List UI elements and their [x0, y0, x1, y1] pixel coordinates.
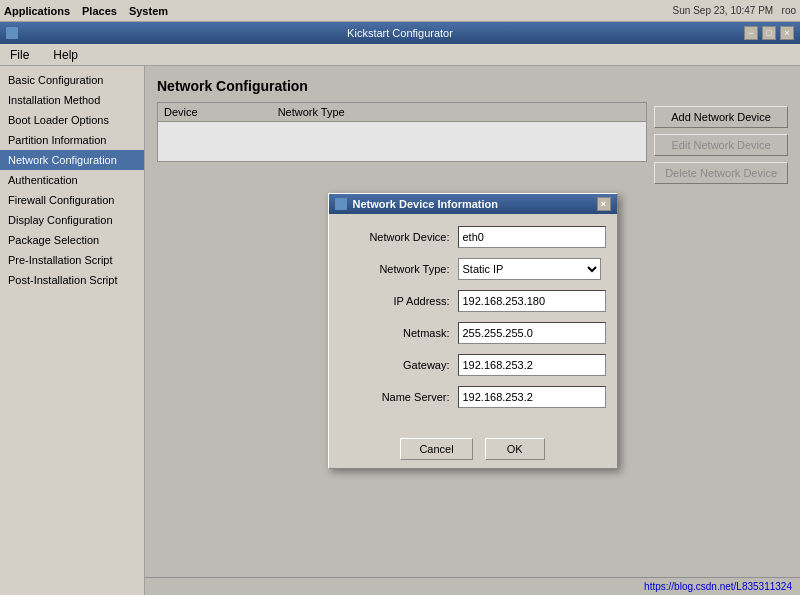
modal-overlay: Network Device Information × Network Dev… — [145, 66, 800, 595]
gateway-input[interactable] — [458, 354, 606, 376]
file-menu[interactable]: File — [4, 46, 35, 64]
sidebar-item-firewall-configuration[interactable]: Firewall Configuration — [0, 190, 144, 210]
applications-menu[interactable]: Applications — [4, 5, 70, 17]
sidebar-item-partition-information[interactable]: Partition Information — [0, 130, 144, 150]
ip-address-label: IP Address: — [345, 295, 450, 307]
sidebar-item-boot-loader-options[interactable]: Boot Loader Options — [0, 110, 144, 130]
name-server-input[interactable] — [458, 386, 606, 408]
sidebar-item-network-configuration[interactable]: Network Configuration — [0, 150, 144, 170]
network-type-select[interactable]: Static IP DHCP — [458, 258, 601, 280]
close-button[interactable]: × — [780, 26, 794, 40]
form-row-netmask: Netmask: — [345, 322, 601, 344]
modal-footer: Cancel OK — [329, 430, 617, 468]
sidebar-item-installation-method[interactable]: Installation Method — [0, 90, 144, 110]
title-bar: Kickstart Configurator − □ × — [0, 22, 800, 44]
system-bar: Applications Places System Sun Sep 23, 1… — [0, 0, 800, 22]
user-display: roo — [782, 5, 796, 16]
ok-button[interactable]: OK — [485, 438, 545, 460]
sidebar-item-authentication[interactable]: Authentication — [0, 170, 144, 190]
app-icon — [6, 27, 18, 39]
sidebar-item-package-selection[interactable]: Package Selection — [0, 230, 144, 250]
sidebar-item-basic-configuration[interactable]: Basic Configuration — [0, 70, 144, 90]
modal-icon — [335, 198, 347, 210]
modal-close-button[interactable]: × — [597, 197, 611, 211]
form-row-ip-address: IP Address: — [345, 290, 601, 312]
modal-title: Network Device Information — [353, 198, 498, 210]
gateway-label: Gateway: — [345, 359, 450, 371]
sidebar-item-post-installation-script[interactable]: Post-Installation Script — [0, 270, 144, 290]
network-device-input[interactable] — [458, 226, 606, 248]
system-bar-right: Sun Sep 23, 10:47 PM roo — [673, 5, 796, 16]
system-menu[interactable]: System — [129, 5, 168, 17]
cancel-button[interactable]: Cancel — [400, 438, 472, 460]
maximize-button[interactable]: □ — [762, 26, 776, 40]
system-bar-left: Applications Places System — [4, 5, 168, 17]
main-layout: Basic Configuration Installation Method … — [0, 66, 800, 595]
window-controls: − □ × — [744, 26, 794, 40]
sidebar-item-pre-installation-script[interactable]: Pre-Installation Script — [0, 250, 144, 270]
modal-body: Network Device: Network Type: Static IP … — [329, 214, 617, 430]
name-server-label: Name Server: — [345, 391, 450, 403]
netmask-label: Netmask: — [345, 327, 450, 339]
form-row-network-device: Network Device: — [345, 226, 601, 248]
form-row-gateway: Gateway: — [345, 354, 601, 376]
network-device-label: Network Device: — [345, 231, 450, 243]
netmask-input[interactable] — [458, 322, 606, 344]
form-row-name-server: Name Server: — [345, 386, 601, 408]
form-row-network-type: Network Type: Static IP DHCP — [345, 258, 601, 280]
ip-address-input[interactable] — [458, 290, 606, 312]
sidebar-item-display-configuration[interactable]: Display Configuration — [0, 210, 144, 230]
minimize-button[interactable]: − — [744, 26, 758, 40]
window-title: Kickstart Configurator — [347, 27, 453, 39]
datetime-display: Sun Sep 23, 10:47 PM — [673, 5, 774, 16]
menu-bar: File Help — [0, 44, 800, 66]
sidebar: Basic Configuration Installation Method … — [0, 66, 145, 595]
network-type-label: Network Type: — [345, 263, 450, 275]
network-device-dialog: Network Device Information × Network Dev… — [328, 193, 618, 469]
title-bar-left — [6, 27, 22, 39]
help-menu[interactable]: Help — [47, 46, 84, 64]
content-area: Network Configuration Device Network Typ… — [145, 66, 800, 595]
modal-title-bar: Network Device Information × — [329, 194, 617, 214]
places-menu[interactable]: Places — [82, 5, 117, 17]
